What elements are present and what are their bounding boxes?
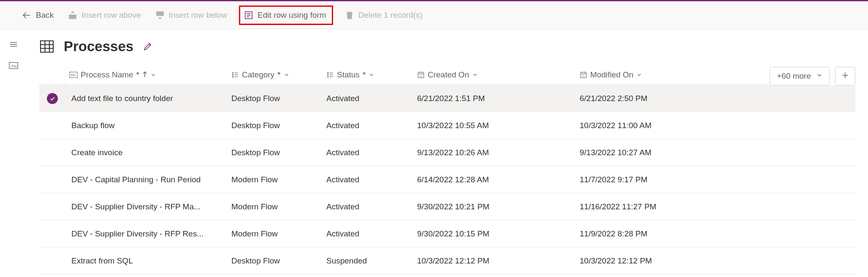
modified-on-header[interactable]: 21 Modified On [576, 65, 737, 85]
spacer-cell [737, 85, 855, 112]
svg-text:21: 21 [420, 75, 422, 77]
date-column-icon: 21 [580, 71, 587, 79]
select-all-header[interactable] [39, 65, 65, 85]
plus-icon [841, 71, 849, 82]
table-header-controls: +60 more [770, 67, 855, 85]
spacer-cell [737, 220, 855, 247]
table-row[interactable]: Create invoiceDesktop FlowActivated9/13/… [39, 139, 855, 166]
edit-row-form-button[interactable]: Edit row using form [239, 5, 333, 25]
created-on-header-label: Created On [428, 70, 469, 80]
chevron-down-icon [284, 72, 290, 78]
chevron-down-icon [816, 71, 823, 81]
created-cell[interactable]: 9/30/2022 10:21 PM [414, 193, 576, 220]
created-on-header[interactable]: 21 Created On [414, 65, 576, 85]
status-cell[interactable]: Activated [323, 166, 414, 193]
spacer-cell [737, 112, 855, 139]
category-cell[interactable]: Desktop Flow [228, 85, 323, 112]
category-header[interactable]: Category * [228, 65, 323, 85]
spacer-cell [737, 166, 855, 193]
modified-cell[interactable]: 10/3/2022 12:12 PM [576, 247, 737, 274]
back-button[interactable]: Back [19, 8, 56, 23]
more-columns-button[interactable]: +60 more [770, 67, 830, 85]
insert-row-above-icon [68, 11, 77, 20]
table-row[interactable]: Backup flowDesktop FlowActivated10/3/202… [39, 112, 855, 139]
status-cell[interactable]: Activated [323, 85, 414, 112]
more-columns-label: +60 more [777, 71, 811, 81]
row-select-cell[interactable] [39, 112, 65, 139]
category-cell[interactable]: Modern Flow [228, 193, 323, 220]
created-cell[interactable]: 10/3/2022 10:55 AM [414, 112, 576, 139]
row-select-cell[interactable] [39, 166, 65, 193]
modified-cell[interactable]: 6/21/2022 2:50 PM [576, 85, 737, 112]
svg-point-28 [233, 72, 233, 73]
created-cell[interactable]: 9/30/2022 10:15 PM [414, 220, 576, 247]
row-select-cell[interactable] [39, 247, 65, 274]
table-row[interactable]: DEV - Supplier Diversity - RFP Ma...Mode… [39, 193, 855, 220]
created-cell[interactable]: 6/21/2022 1:51 PM [414, 85, 576, 112]
row-select-cell[interactable] [39, 85, 65, 112]
required-marker: * [136, 70, 139, 80]
page-title: Processes [64, 38, 133, 55]
insert-row-above-label: Insert row above [81, 11, 141, 20]
status-cell[interactable]: Activated [323, 220, 414, 247]
chevron-down-icon [150, 72, 156, 78]
svg-text:Abc: Abc [11, 64, 17, 68]
created-cell[interactable]: 10/3/2022 12:12 PM [414, 247, 576, 274]
insert-row-below-label: Insert row below [169, 11, 227, 20]
status-header[interactable]: Status * [323, 65, 414, 85]
add-column-button[interactable] [835, 67, 855, 85]
row-select-cell[interactable] [39, 220, 65, 247]
row-select-cell[interactable] [39, 193, 65, 220]
status-cell[interactable]: Suspended [323, 247, 414, 274]
data-grid: Abc Process Name * [39, 65, 855, 274]
optionset-column-icon [326, 71, 334, 79]
category-cell[interactable]: Modern Flow [228, 220, 323, 247]
name-cell[interactable]: DEV - Supplier Diversity - RFP Res... [65, 220, 228, 247]
delete-records-button: Delete 1 record(s) [342, 8, 425, 22]
modified-cell[interactable]: 11/16/2022 11:27 PM [576, 193, 737, 220]
name-cell[interactable]: DEV - Capital Planning - Run Period [65, 166, 228, 193]
table-row[interactable]: Add text file to country folderDesktop F… [39, 85, 855, 112]
name-cell[interactable]: Extract from SQL [65, 247, 228, 274]
table-row[interactable]: DEV - Capital Planning - Run PeriodModer… [39, 166, 855, 193]
arrow-left-icon [22, 10, 32, 20]
edit-pencil-icon[interactable] [143, 41, 153, 52]
edit-row-form-label: Edit row using form [258, 11, 326, 20]
text-field-icon[interactable]: Abc [9, 62, 18, 69]
modified-cell[interactable]: 11/9/2022 8:28 PM [576, 220, 737, 247]
name-cell[interactable]: DEV - Supplier Diversity - RFP Ma... [65, 193, 228, 220]
svg-point-38 [328, 76, 328, 77]
name-cell[interactable]: Add text file to country folder [65, 85, 228, 112]
svg-point-30 [233, 74, 233, 75]
left-rail: Abc [0, 29, 27, 277]
process-name-header[interactable]: Abc Process Name * [65, 65, 228, 85]
created-cell[interactable]: 6/14/2022 12:28 AM [414, 166, 576, 193]
header-row: Abc Process Name * [39, 65, 855, 85]
required-marker: * [277, 70, 280, 80]
modified-cell[interactable]: 11/7/2022 9:17 PM [576, 166, 737, 193]
status-cell[interactable]: Activated [323, 193, 414, 220]
category-cell[interactable]: Desktop Flow [228, 247, 323, 274]
checked-radio-icon [47, 93, 58, 104]
delete-records-label: Delete 1 record(s) [358, 11, 423, 20]
status-cell[interactable]: Activated [323, 139, 414, 166]
category-cell[interactable]: Modern Flow [228, 166, 323, 193]
optionset-column-icon [231, 71, 239, 79]
created-cell[interactable]: 9/13/2022 10:26 AM [414, 139, 576, 166]
date-column-icon: 21 [417, 71, 425, 79]
category-cell[interactable]: Desktop Flow [228, 139, 323, 166]
name-cell[interactable]: Backup flow [65, 112, 228, 139]
status-cell[interactable]: Activated [323, 112, 414, 139]
category-cell[interactable]: Desktop Flow [228, 112, 323, 139]
table-row[interactable]: Extract from SQLDesktop FlowSuspended10/… [39, 247, 855, 274]
spacer-cell [737, 193, 855, 220]
modified-cell[interactable]: 9/13/2022 10:27 AM [576, 139, 737, 166]
text-column-icon: Abc [69, 71, 78, 78]
form-icon [244, 11, 253, 20]
hamburger-icon[interactable] [9, 40, 18, 49]
modified-cell[interactable]: 10/3/2022 11:00 AM [576, 112, 737, 139]
row-select-cell[interactable] [39, 139, 65, 166]
table-row[interactable]: DEV - Supplier Diversity - RFP Res...Mod… [39, 220, 855, 247]
name-cell[interactable]: Create invoice [65, 139, 228, 166]
chevron-down-icon [472, 72, 478, 78]
